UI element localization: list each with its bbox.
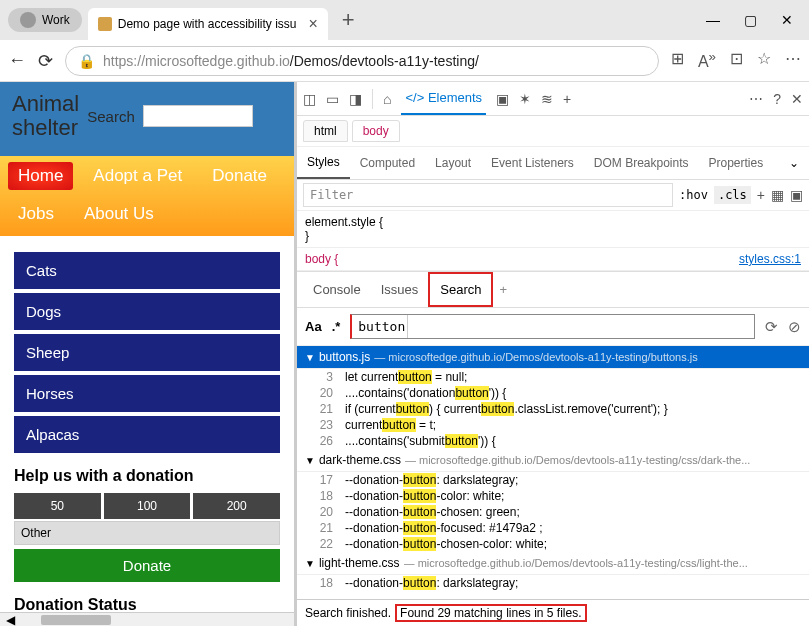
status-bar: Search finished. Found 29 matching lines…: [297, 599, 809, 626]
welcome-icon[interactable]: ⌂: [383, 91, 391, 107]
devtools-panel: ◫ ▭ ◨ ⌂ </> Elements ▣ ✶ ≋ + ⋯ ? ✕ html …: [294, 82, 809, 626]
browser-tab[interactable]: Demo page with accessibility issu ×: [88, 8, 328, 40]
result-line[interactable]: 26....contains('submitbutton')) {: [297, 433, 809, 449]
match-case-toggle[interactable]: Aa: [305, 319, 322, 334]
url-input[interactable]: 🔒 https://microsoftedge.github.io/Demos/…: [65, 46, 659, 76]
avatar-icon: [20, 12, 36, 28]
result-file-header[interactable]: ▼ light-theme.css — microsoftedge.github…: [297, 552, 809, 575]
animal-dogs[interactable]: Dogs: [14, 293, 280, 330]
drawer-add-icon[interactable]: +: [493, 274, 513, 305]
nav-home[interactable]: Home: [8, 162, 73, 190]
search-input[interactable]: [143, 105, 253, 127]
animal-cats[interactable]: Cats: [14, 252, 280, 289]
console-tab-icon[interactable]: ▣: [496, 91, 509, 107]
styles-tabs: StylesComputedLayoutEvent ListenersDOM B…: [297, 147, 809, 180]
dock-icon[interactable]: ◨: [349, 91, 362, 107]
more-icon[interactable]: ⋯: [749, 91, 763, 107]
search-bar: Aa .* button ⟳ ⊘: [297, 308, 809, 346]
crumb-body[interactable]: body: [352, 120, 400, 142]
styles-tab-properties[interactable]: Properties: [699, 148, 774, 178]
result-line[interactable]: 20....contains('donationbutton')) {: [297, 385, 809, 401]
titlebar: Work Demo page with accessibility issu ×…: [0, 0, 809, 40]
refresh-search-icon[interactable]: ⟳: [765, 318, 778, 336]
amount-50[interactable]: 50: [14, 493, 101, 519]
app-icon[interactable]: ⊞: [671, 49, 684, 71]
clear-search-icon[interactable]: ⊘: [788, 318, 801, 336]
maximize-button[interactable]: ▢: [744, 12, 757, 28]
result-line[interactable]: 17--donation-button: darkslategray;: [297, 472, 809, 488]
new-tab-button[interactable]: +: [342, 7, 355, 33]
favicon-icon: [98, 17, 112, 31]
network-icon[interactable]: ≋: [541, 91, 553, 107]
result-line[interactable]: 18--donation-button: darkslategray;: [297, 575, 809, 591]
help-icon[interactable]: ?: [773, 91, 781, 107]
menu-icon[interactable]: ⋯: [785, 49, 801, 71]
nav-about-us[interactable]: About Us: [74, 200, 164, 228]
page-header: Animalshelter Search: [0, 82, 294, 156]
styles-tab-event-listeners[interactable]: Event Listeners: [481, 148, 584, 178]
nav-jobs[interactable]: Jobs: [8, 200, 64, 228]
add-rule-icon[interactable]: +: [757, 187, 765, 203]
styles-tab-computed[interactable]: Computed: [350, 148, 425, 178]
back-button[interactable]: ←: [8, 50, 26, 71]
device-icon[interactable]: ▭: [326, 91, 339, 107]
search-input[interactable]: button: [350, 314, 755, 339]
tab-close-icon[interactable]: ×: [308, 15, 317, 33]
styles-tab-layout[interactable]: Layout: [425, 148, 481, 178]
styles-tab-styles[interactable]: Styles: [297, 147, 350, 179]
close-devtools-icon[interactable]: ✕: [791, 91, 803, 107]
hov-toggle[interactable]: :hov: [679, 188, 708, 202]
animal-horses[interactable]: Horses: [14, 375, 280, 412]
donation-heading: Help us with a donation: [14, 467, 280, 485]
nav-donate[interactable]: Donate: [202, 162, 277, 190]
computed-icon[interactable]: ▣: [790, 187, 803, 203]
result-line[interactable]: 21if (currentbutton) { currentbutton.cla…: [297, 401, 809, 417]
favorite-icon[interactable]: ☆: [757, 49, 771, 71]
flex-icon[interactable]: ▦: [771, 187, 784, 203]
nav-adopt-a-pet[interactable]: Adopt a Pet: [83, 162, 192, 190]
result-line[interactable]: 20--donation-button-chosen: green;: [297, 504, 809, 520]
amount-200[interactable]: 200: [193, 493, 280, 519]
result-line[interactable]: 23currentbutton = t;: [297, 417, 809, 433]
minimize-button[interactable]: —: [706, 12, 720, 28]
refresh-button[interactable]: ⟳: [38, 50, 53, 72]
devtools-toolbar: ◫ ▭ ◨ ⌂ </> Elements ▣ ✶ ≋ + ⋯ ? ✕: [297, 82, 809, 116]
more-tabs-icon[interactable]: +: [563, 91, 571, 107]
amount-100[interactable]: 100: [104, 493, 191, 519]
styles-code-body: body { styles.css:1: [297, 248, 809, 271]
close-window-button[interactable]: ✕: [781, 12, 793, 28]
sources-icon[interactable]: ✶: [519, 91, 531, 107]
source-link[interactable]: styles.css:1: [739, 252, 801, 266]
cls-toggle[interactable]: .cls: [714, 186, 751, 204]
main-nav: HomeAdopt a PetDonateJobsAbout Us: [0, 156, 294, 236]
other-amount-input[interactable]: Other: [14, 521, 280, 545]
drawer-tab-search[interactable]: Search: [428, 272, 493, 307]
result-line[interactable]: 18--donation-button-color: white;: [297, 488, 809, 504]
address-bar: ← ⟳ 🔒 https://microsoftedge.github.io/De…: [0, 40, 809, 82]
styles-tab-dom-breakpoints[interactable]: DOM Breakpoints: [584, 148, 699, 178]
read-aloud-icon[interactable]: A»: [698, 49, 716, 71]
work-profile-pill[interactable]: Work: [8, 8, 82, 32]
drawer-tab-console[interactable]: Console: [303, 274, 371, 305]
horizontal-scrollbar[interactable]: ◀: [0, 612, 294, 626]
result-line[interactable]: 21--donation-button-focused: #1479a2 ;: [297, 520, 809, 536]
page-content: Animalshelter Search HomeAdopt a PetDona…: [0, 82, 294, 626]
result-line[interactable]: 22--donation-button-chosen-color: white;: [297, 536, 809, 552]
result-file-header[interactable]: ▼ buttons.js — microsoftedge.github.io/D…: [297, 346, 809, 369]
inspect-icon[interactable]: ◫: [303, 91, 316, 107]
regex-toggle[interactable]: .*: [332, 319, 341, 334]
tab-title: Demo page with accessibility issu: [118, 17, 303, 31]
filter-input[interactable]: Filter: [303, 183, 673, 207]
drawer-tabs: ConsoleIssuesSearch+: [297, 271, 809, 308]
donate-button[interactable]: Donate: [14, 549, 280, 582]
styles-more-icon[interactable]: ⌄: [779, 148, 809, 178]
window-controls: — ▢ ✕: [706, 12, 801, 28]
result-file-header[interactable]: ▼ dark-theme.css — microsoftedge.github.…: [297, 449, 809, 472]
animal-alpacas[interactable]: Alpacas: [14, 416, 280, 453]
result-line[interactable]: 3let currentbutton = null;: [297, 369, 809, 385]
collections-icon[interactable]: ⊡: [730, 49, 743, 71]
elements-tab[interactable]: </> Elements: [401, 82, 486, 115]
animal-sheep[interactable]: Sheep: [14, 334, 280, 371]
crumb-html[interactable]: html: [303, 120, 348, 142]
drawer-tab-issues[interactable]: Issues: [371, 274, 429, 305]
